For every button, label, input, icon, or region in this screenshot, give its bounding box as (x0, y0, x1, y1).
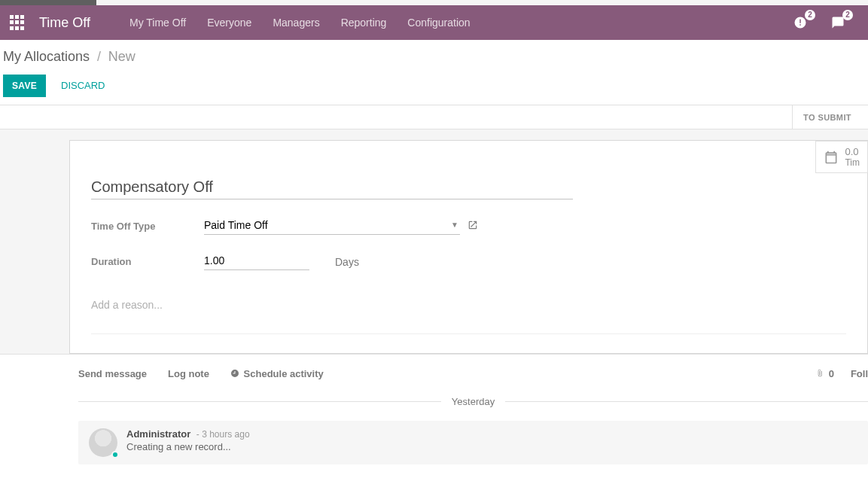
module-title[interactable]: Time Off (39, 15, 90, 31)
attachments-button[interactable]: 0 (815, 368, 834, 379)
paperclip-icon (815, 369, 824, 378)
schedule-activity-label: Schedule activity (244, 368, 324, 379)
status-bar: TO SUBMIT (0, 105, 868, 129)
messages-icon[interactable]: 2 (830, 15, 845, 30)
message-body: Creating a new record... (126, 441, 250, 452)
message-time: - 3 hours ago (196, 429, 250, 440)
duration-unit: Days (335, 256, 359, 268)
day-separator-label: Yesterday (452, 396, 495, 407)
log-note-button[interactable]: Log note (168, 368, 209, 379)
message: Administrator - 3 hours ago Creating a n… (78, 421, 868, 464)
nav-managers[interactable]: Managers (262, 5, 330, 40)
activities-badge: 2 (805, 10, 815, 20)
nav-configuration[interactable]: Configuration (397, 5, 480, 40)
breadcrumb-current: New (108, 49, 136, 64)
message-author: Administrator (126, 428, 190, 440)
status-to-submit[interactable]: TO SUBMIT (792, 105, 868, 129)
breadcrumb-sep: / (97, 49, 101, 64)
allocation-name-input[interactable] (91, 177, 573, 199)
external-link-icon[interactable] (468, 220, 478, 233)
browser-tab-strip (0, 0, 868, 5)
day-separator: Yesterday (78, 396, 868, 407)
presence-indicator (111, 451, 119, 458)
attachments-count: 0 (829, 368, 834, 379)
action-bar: SAVE DISCARD (0, 68, 868, 105)
follow-button[interactable]: Foll (851, 368, 868, 379)
calendar-icon (824, 150, 839, 165)
nav-items: My Time Off Everyone Managers Reporting … (119, 5, 481, 40)
nav-my-time-off[interactable]: My Time Off (119, 5, 196, 40)
schedule-activity-button[interactable]: Schedule activity (230, 368, 324, 379)
duration-input[interactable] (204, 253, 309, 270)
top-navbar: Time Off My Time Off Everyone Managers R… (0, 5, 868, 40)
discard-button[interactable]: DISCARD (52, 74, 114, 97)
breadcrumb-parent[interactable]: My Allocations (3, 49, 90, 64)
stat-value: 0.0 (845, 146, 860, 157)
breadcrumb: My Allocations / New (0, 40, 868, 68)
label-time-off-type: Time Off Type (91, 221, 204, 232)
avatar (89, 428, 117, 457)
nav-reporting[interactable]: Reporting (330, 5, 397, 40)
label-duration: Duration (91, 256, 204, 267)
send-message-button[interactable]: Send message (78, 368, 147, 379)
save-button[interactable]: SAVE (3, 75, 46, 97)
time-off-type-select[interactable] (204, 218, 460, 235)
chatter: Send message Log note Schedule activity … (0, 354, 868, 464)
form-sheet: 0.0 Tim Time Off Type ▼ Du (69, 140, 868, 354)
clock-icon (230, 369, 239, 378)
stat-time-off[interactable]: 0.0 Tim (815, 141, 868, 173)
reason-input[interactable] (91, 296, 846, 314)
divider (91, 333, 846, 334)
apps-icon[interactable] (9, 14, 26, 31)
stat-label: Tim (845, 157, 860, 168)
activities-icon[interactable]: 2 (793, 15, 808, 30)
messages-badge: 2 (842, 10, 853, 20)
nav-everyone[interactable]: Everyone (196, 5, 262, 40)
